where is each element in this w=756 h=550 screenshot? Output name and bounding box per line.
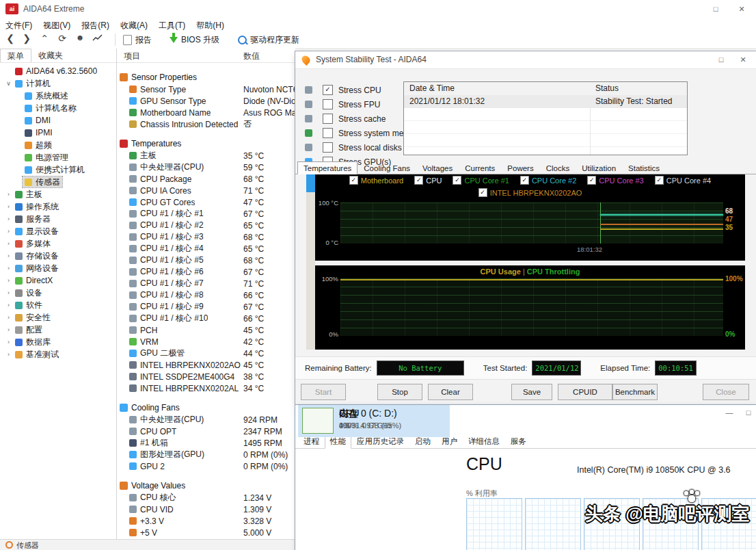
sensor-row[interactable]: 图形处理器(GPU) 0 RPM (0%) <box>117 449 295 460</box>
expand-arrow-icon[interactable]: › <box>4 326 13 333</box>
refresh-icon[interactable]: ⟳ <box>55 33 70 44</box>
sst-tab[interactable]: Voltages <box>416 161 459 174</box>
sst-button[interactable]: CPUID <box>558 384 612 400</box>
tree-item[interactable]: › 主板 <box>0 188 116 200</box>
sst-button[interactable]: Start <box>301 384 346 400</box>
sst-close-button[interactable]: ✕ <box>735 53 751 66</box>
up-icon[interactable]: ⌃ <box>37 33 52 44</box>
sensor-row[interactable]: INTEL SSDPE2ME400G4 38 °C <box>117 371 295 382</box>
sensor-row[interactable]: GPU Sensor Type Diode (NV-Diode <box>117 95 295 107</box>
sst-button[interactable]: Save <box>511 384 552 400</box>
sensor-row[interactable]: CPU IA Cores 71 °C <box>117 185 295 196</box>
expand-arrow-icon[interactable]: › <box>4 339 13 345</box>
sst-tab[interactable]: Utilization <box>576 161 622 174</box>
sensor-row[interactable]: +3.3 V 3.328 V <box>117 515 295 527</box>
expand-arrow-icon[interactable]: ∨ <box>4 80 13 87</box>
sensor-row[interactable]: INTEL HBRPEKNX0202AO 45 °C <box>117 359 295 371</box>
graph-scrollbar-thumb[interactable] <box>306 174 315 192</box>
tree-item[interactable]: 电源管理 <box>0 151 116 163</box>
report-button[interactable]: 报告 <box>123 34 152 47</box>
sst-tab[interactable]: Clocks <box>540 161 576 174</box>
expand-arrow-icon[interactable]: › <box>4 277 13 284</box>
tree-item[interactable]: › 操作系统 <box>0 200 116 213</box>
tree-item[interactable]: › 数据库 <box>0 336 116 348</box>
sst-button[interactable]: Stop <box>377 384 422 400</box>
sensor-row[interactable]: #1 机箱 1495 RPM <box>117 437 295 449</box>
log-row[interactable]: 2021/01/12 18:01:32 Stability Test: Star… <box>404 95 687 108</box>
sensor-row[interactable]: INTEL HBRPEKNX0202AL 34 °C <box>117 382 295 394</box>
legend-checkbox[interactable]: ✓ <box>349 176 358 185</box>
column-item[interactable]: 项目 <box>124 51 140 62</box>
expand-arrow-icon[interactable]: › <box>4 302 13 309</box>
sensor-row[interactable]: 主板 35 °C <box>117 150 295 161</box>
stress-checkbox[interactable] <box>323 114 333 124</box>
expand-arrow-icon[interactable]: › <box>4 265 13 272</box>
sensor-row[interactable]: CPU #1 / 核心 #10 66 °C <box>117 313 295 324</box>
sensor-row[interactable]: 中央处理器(CPU) 924 RPM <box>117 414 295 425</box>
sensor-row[interactable]: CPU #1 / 核心 #9 67 °C <box>117 301 295 313</box>
legend-checkbox[interactable]: ✓ <box>478 188 487 197</box>
legend-checkbox[interactable]: ✓ <box>655 176 664 185</box>
tree-item[interactable]: › 配置 <box>0 324 116 336</box>
sst-tab[interactable]: Cooling Fans <box>357 161 416 174</box>
stress-checkbox[interactable] <box>323 99 333 109</box>
bios-update-button[interactable]: BIOS 升级 <box>170 34 219 47</box>
sst-tab[interactable]: Powers <box>501 161 539 174</box>
stress-checkbox[interactable]: ✓ <box>323 85 333 95</box>
sst-button[interactable]: Clear <box>428 384 473 400</box>
sensor-row[interactable]: CPU VID 1.309 V <box>117 503 295 515</box>
back-icon[interactable]: ❮ <box>3 33 18 44</box>
legend-checkbox[interactable]: ✓ <box>414 176 423 185</box>
tree-item[interactable]: › 多媒体 <box>0 237 116 250</box>
sensor-row[interactable]: CPU #1 / 核心 #4 65 °C <box>117 243 295 254</box>
sst-maximize-button[interactable]: □ <box>714 53 729 66</box>
sensor-row[interactable]: +5 V 5.000 V <box>117 527 295 538</box>
user-icon[interactable]: ☻ <box>72 33 87 42</box>
tree-item[interactable]: 超频 <box>0 139 116 151</box>
sensor-row[interactable]: Sensor Type Nuvoton NCT67 <box>117 83 295 95</box>
sensor-row[interactable]: CPU Package 68 °C <box>117 173 295 185</box>
expand-arrow-icon[interactable]: › <box>4 252 13 259</box>
sst-tab[interactable]: Statistics <box>622 161 666 174</box>
tree-item[interactable]: › 服务器 <box>0 213 116 225</box>
sidebar-tab[interactable]: 收藏夹 <box>31 49 70 62</box>
legend-checkbox[interactable]: ✓ <box>587 176 596 185</box>
sensor-row[interactable]: PCH 45 °C <box>117 324 295 336</box>
sensor-row[interactable]: CPU #1 / 核心 #6 67 °C <box>117 266 295 278</box>
expand-arrow-icon[interactable]: › <box>4 314 13 321</box>
tm-tab[interactable]: 服务 <box>505 434 532 449</box>
legend-checkbox[interactable]: ✓ <box>520 176 529 185</box>
sidebar-tab[interactable]: 菜单 <box>0 49 31 62</box>
column-value[interactable]: 数值 <box>243 51 260 62</box>
sensor-row[interactable]: VRM 42 °C <box>117 336 295 348</box>
sensor-row[interactable]: CPU #1 / 核心 #5 68 °C <box>117 254 295 266</box>
sensor-row[interactable]: GPU 二极管 44 °C <box>117 348 295 359</box>
log-col-datetime[interactable]: Date & Time <box>409 83 455 93</box>
expand-arrow-icon[interactable]: › <box>4 240 13 247</box>
sensor-row[interactable]: Chassis Intrusion Detected 否 <box>117 118 295 130</box>
driver-update-button[interactable]: 驱动程序更新 <box>238 34 299 47</box>
stress-checkbox[interactable] <box>323 128 333 138</box>
tree-item[interactable]: ∨ 计算机 <box>0 77 116 90</box>
tm-performance-item[interactable]: 磁盘 0 (C: D:) 0% <box>298 405 450 437</box>
legend-checkbox[interactable]: ✓ <box>453 176 461 185</box>
tree-item[interactable]: AIDA64 v6.32.5600 <box>0 65 116 77</box>
graph-scrollbar[interactable] <box>306 174 315 350</box>
maximize-button[interactable]: □ <box>708 3 723 15</box>
tree-item[interactable]: 传感器 <box>0 176 116 188</box>
expand-arrow-icon[interactable]: › <box>4 289 13 296</box>
tree-item[interactable]: › 安全性 <box>0 311 116 324</box>
tree-item[interactable]: › 基准测试 <box>0 348 116 361</box>
sst-button[interactable]: Benchmark <box>612 384 658 400</box>
sensor-row[interactable]: CPU #1 / 核心 #7 71 °C <box>117 278 295 289</box>
stress-checkbox[interactable] <box>323 142 333 153</box>
forward-icon[interactable]: ❯ <box>19 33 34 44</box>
sensor-row[interactable]: CPU #1 / 核心 #2 65 °C <box>117 220 295 231</box>
tree-item[interactable]: 计算机名称 <box>0 102 116 114</box>
sensor-row[interactable]: CPU #1 / 核心 #1 67 °C <box>117 208 295 220</box>
tree-item[interactable]: › 显示设备 <box>0 225 116 237</box>
sensor-row[interactable]: CPU #1 / 核心 #3 68 °C <box>117 231 295 243</box>
sensor-row[interactable]: CPU GT Cores 47 °C <box>117 196 295 208</box>
sensor-row[interactable]: CPU OPT 2347 RPM <box>117 425 295 437</box>
tree-item[interactable]: 系统概述 <box>0 90 116 102</box>
